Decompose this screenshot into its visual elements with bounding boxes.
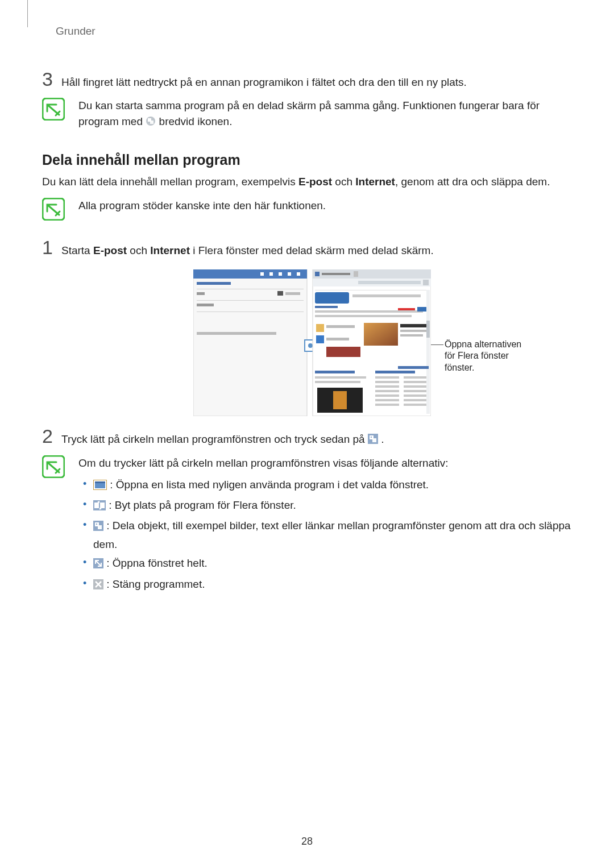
svg-rect-36: [315, 315, 412, 317]
step1-bold-b: Internet: [150, 244, 190, 256]
intro-bold-b: Internet: [355, 176, 395, 188]
svg-rect-30: [423, 280, 429, 285]
note3-lead: Om du trycker lätt på cirkeln mellan pro…: [78, 455, 572, 472]
step-number: 1: [42, 238, 61, 257]
svg-rect-33: [352, 294, 421, 297]
svg-rect-47: [400, 334, 423, 337]
step2-b: .: [381, 433, 384, 445]
svg-rect-45: [400, 324, 428, 327]
svg-rect-78: [95, 481, 105, 483]
svg-rect-16: [260, 272, 264, 276]
step-number: 3: [42, 69, 61, 89]
svg-rect-12: [197, 300, 304, 301]
intro-paragraph: Du kan lätt dela innehåll mellan program…: [42, 174, 572, 190]
svg-rect-42: [316, 335, 324, 343]
svg-rect-15: [197, 332, 276, 335]
step-2: 2 Tryck lätt på cirkeln mellan programfö…: [42, 426, 572, 449]
svg-rect-65: [404, 394, 426, 397]
note-box: Alla program stöder kanske inte den här …: [42, 198, 572, 221]
note-box: Du kan starta samma program på en delad …: [42, 98, 572, 131]
note-text: Du kan starta samma program på en delad …: [78, 98, 572, 131]
svg-rect-49: [426, 321, 430, 338]
intro-a: Du kan lätt dela innehåll mellan program…: [42, 176, 298, 188]
svg-rect-53: [315, 381, 360, 383]
list-item: : Stäng programmet.: [78, 576, 572, 594]
callout-text: Öppna alternativen för Flera fönster fön…: [445, 339, 530, 374]
figure: Öppna alternativen för Flera fönster fön…: [85, 269, 529, 416]
list-item: : Byt plats på program för Flera fönster…: [78, 497, 572, 515]
svg-rect-81: [100, 502, 105, 508]
svg-rect-44: [326, 347, 360, 357]
note-text: Alla program stöder kanske inte den här …: [78, 198, 326, 221]
intro-mid: och: [332, 176, 355, 188]
svg-rect-38: [417, 307, 428, 312]
note-box: Om du trycker lätt på cirkeln mellan pro…: [42, 455, 572, 596]
svg-rect-18: [279, 272, 282, 276]
page-number: 28: [0, 836, 614, 848]
svg-rect-61: [404, 385, 426, 388]
item-text: : Byt plats på program för Flera fönster…: [106, 499, 296, 511]
svg-rect-3: [150, 121, 154, 124]
svg-rect-80: [94, 502, 99, 508]
svg-rect-46: [400, 330, 428, 332]
svg-rect-60: [375, 385, 399, 388]
svg-rect-73: [372, 438, 376, 442]
svg-rect-69: [404, 404, 426, 406]
svg-rect-41: [364, 323, 398, 346]
note-icon: [42, 98, 65, 121]
svg-rect-55: [333, 391, 347, 409]
svg-rect-29: [358, 281, 421, 284]
maximize-icon: [93, 556, 103, 573]
svg-rect-27: [354, 271, 358, 277]
top-rule: [27, 0, 28, 27]
svg-rect-13: [197, 304, 214, 306]
screenshot-image: [193, 269, 431, 416]
svg-rect-84: [98, 525, 102, 529]
svg-rect-52: [315, 376, 366, 379]
step2-a: Tryck lätt på cirkeln mellan programföns…: [61, 433, 368, 445]
svg-rect-56: [375, 376, 399, 379]
svg-rect-14: [197, 312, 304, 312]
svg-rect-5: [193, 269, 307, 416]
list-item: : Öppna fönstret helt.: [78, 555, 572, 573]
swap-windows-icon: [93, 499, 106, 515]
note-icon: [42, 198, 65, 221]
svg-rect-66: [375, 399, 399, 401]
options-list: : Öppna en lista med nyligen använda pro…: [78, 476, 572, 595]
svg-rect-37: [398, 308, 415, 310]
svg-rect-25: [315, 272, 320, 276]
svg-rect-10: [277, 291, 283, 296]
svg-rect-40: [326, 325, 355, 328]
step1-mid: och: [127, 244, 150, 256]
svg-rect-32: [315, 292, 349, 304]
svg-rect-50: [315, 371, 355, 373]
svg-point-85: [96, 524, 97, 525]
svg-rect-62: [375, 390, 399, 392]
list-item: : Dela objekt, till exempel bilder, text…: [78, 517, 572, 553]
svg-rect-67: [404, 399, 426, 401]
svg-rect-68: [375, 404, 399, 406]
close-icon: [93, 578, 103, 594]
step1-a: Starta: [61, 244, 93, 256]
svg-rect-57: [404, 376, 426, 379]
recent-apps-icon: [93, 478, 107, 495]
svg-rect-51: [375, 371, 415, 373]
svg-point-74: [371, 436, 372, 437]
list-item: : Öppna en lista med nyligen använda pro…: [78, 476, 572, 495]
svg-rect-39: [316, 324, 324, 332]
svg-rect-7: [197, 282, 231, 285]
svg-rect-59: [404, 381, 426, 383]
note1-b: bredvid ikonen.: [159, 115, 233, 127]
item-text: : Stäng programmet.: [103, 578, 205, 590]
step-text: Starta E-post och Internet i Flera fönst…: [61, 243, 434, 259]
svg-rect-26: [322, 273, 350, 275]
svg-rect-64: [375, 394, 399, 397]
step-1: 1 Starta E-post och Internet i Flera fön…: [42, 238, 572, 259]
svg-rect-17: [269, 272, 273, 276]
svg-rect-8: [197, 289, 304, 289]
note-text: Om du trycker lätt på cirkeln mellan pro…: [78, 455, 572, 596]
drag-share-icon: [368, 433, 378, 449]
step-number: 2: [42, 426, 61, 446]
svg-rect-58: [375, 381, 399, 383]
section-title: Dela innehåll mellan program: [42, 152, 572, 168]
